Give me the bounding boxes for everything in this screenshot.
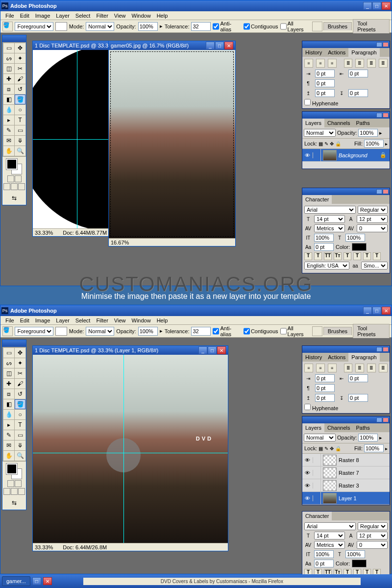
panel-min[interactable] <box>376 347 382 352</box>
shape-tool[interactable]: ▭ <box>15 430 25 440</box>
blur-tool[interactable]: 💧 <box>3 105 14 115</box>
indent-right[interactable] <box>348 374 368 382</box>
menu-filter[interactable]: Filter <box>93 317 111 324</box>
baseline[interactable] <box>314 560 334 567</box>
visibility-icon[interactable]: 👁 <box>302 470 313 476</box>
panel-min[interactable] <box>376 189 382 194</box>
layer-row[interactable]: 👁Raster 8 <box>302 454 390 466</box>
tab-layers[interactable]: Layers <box>302 119 324 127</box>
hscale[interactable] <box>345 550 365 558</box>
layer-opacity[interactable] <box>358 434 378 441</box>
hyphenate-checkbox[interactable] <box>304 99 311 105</box>
alllayers-checkbox[interactable] <box>280 327 287 336</box>
font-style-select[interactable]: Regular <box>358 206 388 214</box>
menu-file[interactable]: File <box>2 12 17 20</box>
menu-view[interactable]: View <box>111 12 129 20</box>
visibility-icon[interactable]: 👁 <box>302 457 313 463</box>
pattern-swatch[interactable] <box>55 22 67 31</box>
font-select[interactable]: Arial <box>304 522 356 530</box>
hand-tool[interactable]: ✋ <box>3 451 14 461</box>
close-button[interactable]: ✕ <box>382 307 391 315</box>
pattern-swatch[interactable] <box>55 327 67 336</box>
panel-min[interactable] <box>376 113 382 118</box>
justify-c-icon[interactable]: ≣ <box>355 59 364 68</box>
menu-edit[interactable]: Edit <box>17 317 32 324</box>
lasso-tool[interactable]: ᔕ <box>3 53 14 63</box>
vscale[interactable] <box>314 550 334 558</box>
font-style-select[interactable]: Regular <box>358 522 388 530</box>
lasso-tool[interactable]: ᔕ <box>3 358 14 368</box>
notes-tool[interactable]: ✉ <box>3 441 14 450</box>
move-tool[interactable]: ✥ <box>15 348 25 358</box>
tab-actions[interactable]: Actions <box>325 353 348 362</box>
visibility-icon[interactable]: 👁 <box>302 495 313 501</box>
doc-close[interactable]: ✕ <box>217 346 226 354</box>
font-size[interactable]: 14 pt <box>314 215 345 223</box>
kerning[interactable]: Metrics <box>314 541 345 549</box>
layer-row[interactable]: 👁Layer 1 <box>302 492 390 505</box>
doc-min[interactable]: _ <box>206 42 215 49</box>
screen-std[interactable] <box>3 488 10 495</box>
color-swatches[interactable] <box>6 159 22 174</box>
layer-fill[interactable] <box>364 140 384 147</box>
tab-paths[interactable]: Paths <box>353 119 373 127</box>
layer-opacity[interactable] <box>358 129 378 137</box>
justify-l-icon[interactable]: ≣ <box>344 364 353 372</box>
tab-actions[interactable]: Actions <box>325 48 348 57</box>
crop-tool[interactable]: ◫ <box>3 64 14 74</box>
visibility-icon[interactable]: 👁 <box>302 483 313 489</box>
blur-tool[interactable]: 💧 <box>3 410 14 419</box>
type-tool[interactable]: T <box>15 420 25 430</box>
panel-close[interactable] <box>383 347 389 352</box>
mode-select[interactable]: Normal <box>86 327 114 336</box>
menu-help[interactable]: Help <box>154 317 171 324</box>
contiguous-checkbox[interactable] <box>244 22 250 31</box>
screen-full[interactable] <box>18 488 25 495</box>
kerning[interactable]: Metrics <box>314 224 345 232</box>
doc-min[interactable]: _ <box>198 346 207 354</box>
align-right-icon[interactable]: ≡ <box>328 364 337 372</box>
justify-l-icon[interactable]: ≣ <box>344 59 353 68</box>
path-tool[interactable]: ▸ <box>3 115 14 125</box>
menu-filter[interactable]: Filter <box>93 12 111 20</box>
panel-min[interactable] <box>376 417 382 422</box>
menu-file[interactable]: File <box>2 317 17 324</box>
indent-right[interactable] <box>348 70 368 77</box>
tab-history[interactable]: History <box>302 48 325 57</box>
taskbar-restore[interactable]: □ <box>32 577 41 585</box>
tab-channels[interactable]: Channels <box>324 119 353 127</box>
slice-tool[interactable]: ✂ <box>15 368 25 378</box>
tolerance-input[interactable] <box>191 327 211 336</box>
brush-tool[interactable]: 🖌 <box>15 379 25 389</box>
tab-paragraph[interactable]: Paragraph <box>348 353 379 362</box>
wand-tool[interactable]: ✦ <box>15 358 25 368</box>
color-swatches[interactable] <box>6 464 22 479</box>
doc-window-gamer[interactable]: gamer05.jpg @ 16.7% (RGB/8#) _□✕ 16.67% <box>108 41 236 246</box>
italic-btn[interactable]: T <box>314 252 322 260</box>
imageready-icon[interactable]: ⇆ <box>3 498 25 508</box>
mode-standard[interactable] <box>7 480 14 487</box>
layer-fill[interactable] <box>364 444 384 452</box>
justify-r-icon[interactable]: ≣ <box>367 59 376 68</box>
menu-layer[interactable]: Layer <box>53 317 73 324</box>
menu-edit[interactable]: Edit <box>17 12 32 20</box>
hyphenate-checkbox[interactable] <box>304 404 311 410</box>
mode-select[interactable]: Normal <box>86 22 114 31</box>
screen-std[interactable] <box>3 183 10 190</box>
space-before[interactable] <box>315 394 335 402</box>
alllayers-checkbox[interactable] <box>280 22 287 31</box>
lang-select[interactable]: English: USA <box>304 262 349 270</box>
tab-character[interactable]: Character <box>302 195 332 204</box>
marquee-tool[interactable]: ▭ <box>3 43 14 53</box>
history-brush-tool[interactable]: ↺ <box>15 84 25 94</box>
tab-brushes[interactable]: Brushes <box>323 22 352 30</box>
hand-tool[interactable]: ✋ <box>3 146 14 156</box>
underline-btn[interactable]: T <box>363 252 371 260</box>
space-before[interactable] <box>315 89 335 97</box>
menu-window[interactable]: Window <box>129 12 154 20</box>
screen-full[interactable] <box>18 183 25 190</box>
indent-left[interactable] <box>315 374 335 382</box>
leading[interactable]: 12 pt <box>357 532 388 539</box>
type-tool[interactable]: T <box>15 115 25 125</box>
layer-row[interactable]: 👁Background🔒 <box>302 149 390 162</box>
